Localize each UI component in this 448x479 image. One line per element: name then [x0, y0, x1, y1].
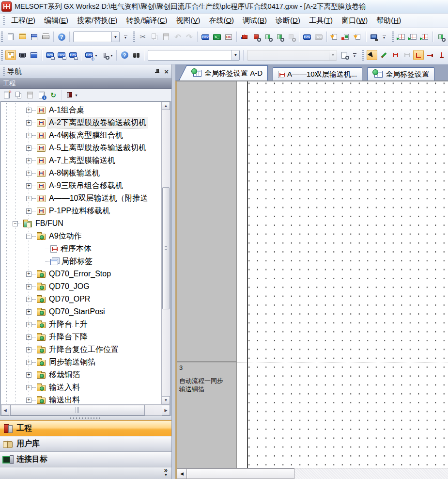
chevron-down-icon[interactable]: ▼ — [111, 32, 119, 42]
read-plc-button[interactable] — [212, 32, 222, 42]
expand-toggle[interactable]: + — [26, 335, 31, 340]
monitor-read-button[interactable] — [263, 32, 273, 42]
scroll-left-button[interactable]: ◀ — [1, 405, 9, 415]
module-config-button[interactable] — [17, 50, 28, 60]
save-project-button[interactable] — [29, 32, 39, 42]
expand-toggle[interactable]: + — [26, 347, 31, 352]
jump-statement-button[interactable] — [329, 32, 340, 42]
editor-horizontal-scrollbar[interactable]: ◀ — [177, 468, 448, 479]
tree-item[interactable]: +QD70_Error_Stop — [1, 268, 161, 280]
menu-diagnostics[interactable]: 诊断(D) — [271, 14, 305, 27]
tree-item[interactable]: 局部标签 — [1, 255, 161, 268]
close-icon[interactable]: × — [164, 68, 169, 75]
expand-toggle[interactable]: + — [26, 297, 31, 302]
ladder-grid-canvas[interactable] — [248, 81, 448, 468]
tab-global-label-2[interactable]: 全局标签设置 — [367, 67, 434, 80]
view-button-connection-destination[interactable]: 连接目标 — [0, 451, 171, 467]
menu-project[interactable]: 工程(P) — [7, 14, 40, 27]
new-file-button[interactable] — [5, 32, 16, 42]
tree-item[interactable]: +QD70_OPR — [1, 293, 161, 305]
remote-op-button[interactable] — [369, 32, 379, 42]
pen-button[interactable] — [378, 50, 389, 60]
tree-item[interactable]: +A-7上离型膜输送机 — [1, 154, 161, 167]
outline-button[interactable] — [29, 50, 39, 60]
menu-convert-compile[interactable]: 转换/编译(C) — [122, 14, 171, 27]
expand-toggle[interactable]: + — [26, 158, 31, 163]
expand-toggle[interactable]: + — [26, 385, 31, 390]
open-project-button[interactable] — [17, 32, 28, 42]
tree-vertical-scrollbar[interactable]: ▲ ▼ — [161, 102, 170, 404]
expand-toggle[interactable]: + — [26, 171, 31, 176]
wave2-button[interactable] — [408, 32, 418, 42]
zoom-combo-combo[interactable]: ▼ — [148, 50, 240, 61]
chevron-down-icon[interactable]: ▼ — [110, 54, 113, 57]
copy-data-button[interactable] — [13, 90, 24, 100]
chevron-down-icon[interactable]: ▼ — [232, 50, 239, 60]
scroll-down-button[interactable]: ▼ — [162, 396, 170, 404]
dev-find-button[interactable] — [45, 50, 55, 60]
scroll-right-button[interactable]: ▶ — [162, 405, 170, 415]
tree-item[interactable]: +输送出料 — [1, 394, 161, 404]
dev-eye-button[interactable]: ▼ — [84, 50, 94, 60]
tree-item[interactable]: +QD70_JOG — [1, 280, 161, 293]
expand-toggle[interactable]: + — [26, 120, 31, 126]
expand-toggle[interactable]: + — [26, 271, 31, 277]
horizontal-scroll-thumb[interactable] — [187, 468, 294, 479]
tree-item[interactable]: +A——10双层输送机（附推送 — [1, 192, 161, 205]
cursor-button[interactable] — [367, 50, 377, 60]
contact-open-button[interactable] — [390, 50, 401, 60]
tree-horizontal-scrollbar[interactable]: ◀ ▶ — [1, 404, 170, 415]
collapse-buttons-icon[interactable]: »▼ — [164, 468, 168, 478]
vline-button[interactable] — [436, 50, 447, 60]
expand-toggle[interactable]: + — [26, 309, 31, 315]
write-plc-button[interactable] — [200, 32, 211, 42]
tree-item[interactable]: +A-2下离型膜放卷输送裁切机 — [1, 116, 161, 129]
tree-item[interactable]: −FB/FUN — [1, 217, 161, 230]
sort-button[interactable]: ▼ — [64, 90, 75, 100]
chevron-down-icon[interactable]: ▼ — [329, 50, 337, 60]
tree-item[interactable]: +同步输送铜箔 — [1, 356, 161, 368]
cut-button[interactable] — [138, 32, 148, 42]
expand-toggle[interactable]: − — [26, 234, 31, 239]
expand-toggle[interactable]: + — [26, 372, 31, 378]
view-button-project[interactable]: 工程 — [0, 420, 171, 436]
wave1-button[interactable] — [396, 32, 407, 42]
expand-toggle[interactable]: + — [26, 322, 31, 327]
menu-window[interactable]: 窗口(W) — [337, 14, 372, 27]
monitor-watch-button[interactable] — [274, 32, 285, 42]
menu-view[interactable]: 视图(V) — [171, 14, 204, 27]
view-button-user-library[interactable]: 用户库 — [0, 436, 171, 451]
new-data-button[interactable] — [1, 90, 12, 100]
binoculars-button[interactable] — [131, 50, 141, 60]
expand-toggle[interactable]: + — [26, 208, 31, 214]
tree-item[interactable]: +A-5上离型膜放卷输送裁切机 — [1, 142, 161, 154]
tree-item[interactable]: −A9位动作 — [1, 230, 161, 242]
wave3-button[interactable] — [419, 32, 430, 42]
tree-item[interactable]: +QD70_StartPosi — [1, 305, 161, 318]
dev-batch-button[interactable] — [68, 50, 78, 60]
print-button[interactable] — [40, 32, 51, 42]
expand-toggle[interactable]: + — [26, 398, 31, 403]
toolbar-overflow-icon[interactable]: ▾ — [123, 31, 128, 43]
verify-plc-button[interactable] — [223, 32, 234, 42]
menu-edit[interactable]: 编辑(E) — [40, 14, 73, 27]
panel-editor-divider[interactable] — [172, 64, 175, 479]
hline-button[interactable] — [425, 50, 435, 60]
chevron-down-icon[interactable]: ▼ — [94, 54, 98, 57]
menu-online[interactable]: 在线(O) — [204, 14, 238, 27]
expand-toggle[interactable]: + — [26, 360, 31, 365]
tree-item[interactable]: +A-8钢板输送机 — [1, 167, 161, 179]
menu-find-replace[interactable]: 搜索/替换(F) — [73, 14, 122, 27]
tree-item[interactable]: +A-9三联吊组合移载机 — [1, 179, 161, 192]
tree-item[interactable]: +P-1PP拉料移载机 — [1, 205, 161, 217]
tree-item[interactable]: +输送入料 — [1, 381, 161, 394]
recent-combo-combo[interactable]: ▼ — [73, 32, 120, 42]
pin-icon[interactable] — [154, 68, 160, 75]
dev-on-button[interactable] — [302, 32, 312, 42]
expand-toggle[interactable]: − — [13, 221, 18, 226]
tree-item[interactable]: +升降台上升 — [1, 318, 161, 331]
monitor-write-button[interactable] — [251, 32, 262, 42]
data-info-button[interactable] — [36, 90, 47, 100]
tree-item[interactable]: +A-1组合桌 — [1, 104, 161, 116]
tree-item[interactable]: +升降台下降 — [1, 331, 161, 343]
